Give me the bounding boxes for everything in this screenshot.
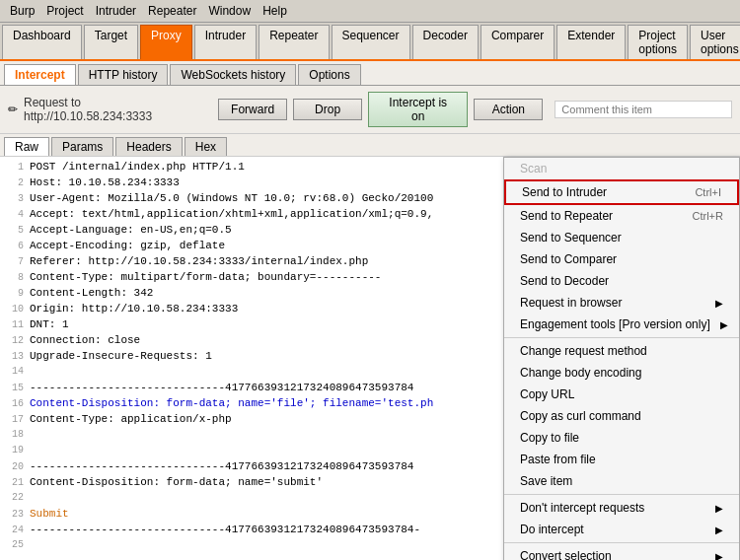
line-number: 10	[4, 304, 24, 315]
context-menu-item[interactable]: Copy URL	[504, 384, 739, 405]
ctx-item-label: Paste from file	[520, 453, 596, 466]
ctx-item-label: Copy URL	[520, 387, 574, 401]
tab-decoder[interactable]: Decoder	[412, 25, 479, 59]
line-content: Referer: http://10.10.58.234:3333/intern…	[30, 255, 368, 267]
context-menu-item[interactable]: Copy as curl command	[504, 405, 739, 427]
subtab-http-history[interactable]: HTTP history	[78, 64, 169, 85]
action-button[interactable]: Action	[474, 99, 543, 120]
context-menu-item[interactable]: Change request method	[504, 340, 739, 362]
context-menu-item[interactable]: Send to Comparer	[504, 248, 739, 270]
tab-target[interactable]: Target	[84, 25, 138, 59]
line-number: 2	[4, 177, 24, 188]
line-number: 4	[4, 209, 24, 220]
ctx-item-label: Convert selection	[520, 549, 612, 560]
line-content: POST /internal/index.php HTTP/1.1	[30, 161, 245, 173]
context-menu-item[interactable]: Change body encoding	[504, 362, 739, 384]
ctx-item-shortcut: Ctrl+I	[695, 186, 721, 198]
line-content: Content-Disposition: form-data; name='fi…	[30, 397, 433, 409]
line-number: 11	[4, 319, 24, 330]
line-content: Content-Type: multipart/form-data; bound…	[30, 271, 381, 283]
menu-project[interactable]: Project	[40, 2, 89, 20]
ctx-item-label: Engagement tools [Pro version only]	[520, 317, 710, 331]
menu-separator	[504, 494, 739, 495]
context-menu-item[interactable]: Engagement tools [Pro version only]▶	[504, 314, 739, 335]
context-menu-item[interactable]: Paste from file	[504, 449, 739, 470]
ctx-item-shortcut: Ctrl+R	[693, 210, 723, 222]
subtab-websockets[interactable]: WebSockets history	[170, 64, 296, 85]
tab-user-options[interactable]: User options	[690, 25, 740, 59]
line-content: Content-Disposition: form-data; name='su…	[30, 476, 323, 488]
ctx-item-label: Do intercept	[520, 523, 584, 536]
subtab-intercept[interactable]: Intercept	[4, 64, 76, 85]
ctx-item-label: Change body encoding	[520, 366, 641, 380]
context-menu-item[interactable]: Copy to file	[504, 427, 739, 449]
context-menu-item[interactable]: Convert selection▶	[504, 545, 739, 560]
sub-tab-bar: Intercept HTTP history WebSockets histor…	[0, 61, 740, 86]
tab-extender[interactable]: Extender	[556, 25, 626, 59]
menu-window[interactable]: Window	[202, 2, 257, 20]
line-content: ------------------------------4177663931…	[30, 524, 420, 535]
line-number: 25	[4, 539, 24, 550]
context-menu-item[interactable]: Save item	[504, 470, 739, 492]
line-number: 12	[4, 335, 24, 346]
drop-button[interactable]: Drop	[293, 99, 362, 120]
tab-comparer[interactable]: Comparer	[481, 25, 555, 59]
ctx-item-label: Send to Sequencer	[520, 231, 622, 245]
menu-repeater[interactable]: Repeater	[142, 2, 202, 20]
menu-help[interactable]: Help	[257, 2, 293, 20]
context-menu-item[interactable]: Do intercept▶	[504, 519, 739, 540]
ctx-item-label: Send to Comparer	[520, 252, 617, 266]
submenu-arrow-icon: ▶	[720, 319, 728, 330]
comment-input[interactable]	[555, 101, 732, 118]
context-menu-item[interactable]: Send to IntruderCtrl+I	[504, 179, 739, 205]
intercept-button[interactable]: Intercept is on	[368, 92, 468, 127]
line-number: 14	[4, 366, 24, 377]
line-number: 7	[4, 256, 24, 267]
context-menu-item[interactable]: Send to RepeaterCtrl+R	[504, 205, 739, 227]
main-tab-bar: Dashboard Target Proxy Intruder Repeater…	[0, 23, 740, 61]
line-number: 8	[4, 272, 24, 283]
context-menu-item[interactable]: Send to Decoder	[504, 270, 739, 292]
context-menu: ScanSend to IntruderCtrl+ISend to Repeat…	[503, 157, 740, 560]
ctx-item-label: Send to Repeater	[520, 209, 613, 223]
toolbar: ✏ Request to http://10.10.58.234:3333 Fo…	[0, 86, 740, 134]
tab-repeater[interactable]: Repeater	[259, 25, 329, 59]
submenu-arrow-icon: ▶	[715, 503, 723, 514]
line-content: Content-Type: application/x-php	[30, 413, 232, 425]
submenu-arrow-icon: ▶	[715, 525, 723, 535]
ctx-item-label: Send to Intruder	[522, 185, 607, 199]
tab-proxy[interactable]: Proxy	[140, 25, 192, 59]
ctx-item-label: Copy as curl command	[520, 409, 641, 423]
pencil-icon: ✏	[8, 103, 18, 116]
line-number: 5	[4, 225, 24, 236]
tab-intruder[interactable]: Intruder	[194, 25, 257, 59]
line-content: Submit	[30, 508, 69, 520]
tab-dashboard[interactable]: Dashboard	[2, 25, 82, 59]
menu-burp[interactable]: Burp	[4, 2, 40, 20]
req-tab-bar: Raw Params Headers Hex	[0, 134, 740, 157]
req-tab-headers[interactable]: Headers	[115, 137, 182, 156]
context-menu-item[interactable]: Send to Sequencer	[504, 227, 739, 248]
context-menu-item[interactable]: Scan	[504, 158, 739, 179]
line-number: 23	[4, 509, 24, 520]
line-number: 13	[4, 351, 24, 362]
context-menu-item[interactable]: Don't intercept requests▶	[504, 497, 739, 519]
line-number: 17	[4, 414, 24, 425]
tab-project-options[interactable]: Project options	[628, 25, 688, 59]
line-number: 1	[4, 162, 24, 173]
ctx-item-label: Copy to file	[520, 431, 579, 445]
menu-separator	[504, 337, 739, 338]
req-tab-params[interactable]: Params	[51, 137, 113, 156]
forward-button[interactable]: Forward	[218, 99, 287, 120]
ctx-item-label: Change request method	[520, 344, 647, 358]
line-number: 24	[4, 525, 24, 535]
line-number: 22	[4, 492, 24, 503]
line-content: DNT: 1	[30, 318, 69, 330]
context-menu-item[interactable]: Request in browser▶	[504, 292, 739, 314]
subtab-options[interactable]: Options	[298, 64, 360, 85]
line-content: Accept-Encoding: gzip, deflate	[30, 240, 225, 251]
menu-intruder[interactable]: Intruder	[90, 2, 142, 20]
tab-sequencer[interactable]: Sequencer	[332, 25, 410, 59]
req-tab-hex[interactable]: Hex	[185, 137, 227, 156]
req-tab-raw[interactable]: Raw	[4, 137, 49, 156]
